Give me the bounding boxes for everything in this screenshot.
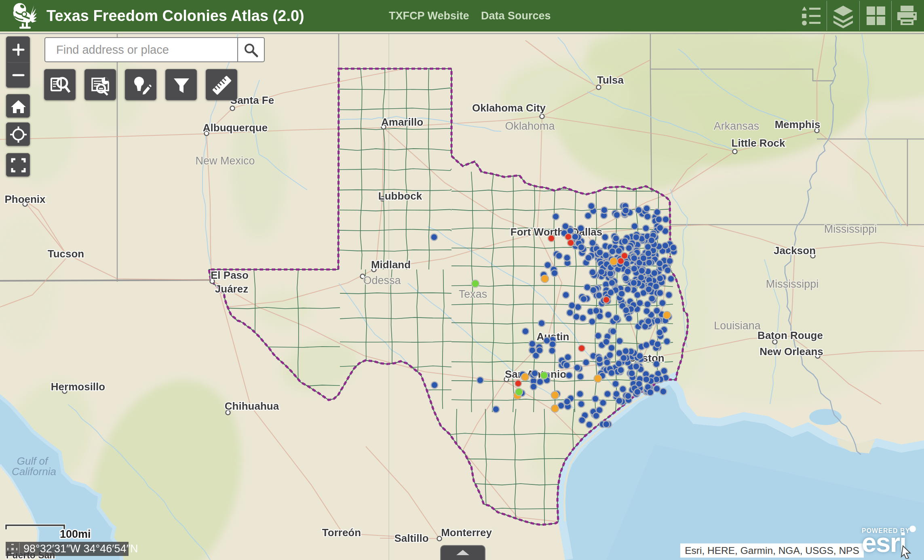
svg-text:Arkansas: Arkansas xyxy=(714,120,759,132)
svg-text:Torreón: Torreón xyxy=(322,526,361,539)
svg-text:Chihuahua: Chihuahua xyxy=(225,400,279,412)
svg-text:Monterrey: Monterrey xyxy=(441,526,492,539)
svg-text:100mi: 100mi xyxy=(60,528,91,540)
svg-text:Little Rock: Little Rock xyxy=(732,137,785,149)
svg-text:Mississippi: Mississippi xyxy=(766,278,819,290)
svg-text:Tulsa: Tulsa xyxy=(597,74,624,86)
svg-text:Oklahoma City: Oklahoma City xyxy=(472,102,546,114)
svg-text:El Paso: El Paso xyxy=(211,269,249,281)
svg-text:Jackson: Jackson xyxy=(774,244,816,257)
svg-text:Albuquerque: Albuquerque xyxy=(203,122,268,134)
svg-text:Odessa: Odessa xyxy=(363,274,401,286)
svg-text:Saltillo: Saltillo xyxy=(394,532,428,544)
svg-text:Baton Rouge: Baton Rouge xyxy=(757,329,823,341)
svg-text:Louisiana: Louisiana xyxy=(714,320,761,332)
svg-text:Memphis: Memphis xyxy=(775,118,821,131)
svg-text:Mississippi: Mississippi xyxy=(824,223,877,235)
svg-text:California: California xyxy=(12,465,56,478)
svg-text:Juárez: Juárez xyxy=(215,283,248,295)
svg-text:Midland: Midland xyxy=(371,259,411,271)
svg-text:Fort Worth: Fort Worth xyxy=(511,226,564,238)
svg-text:Hermosillo: Hermosillo xyxy=(51,381,105,393)
svg-text:New Mexico: New Mexico xyxy=(195,155,255,167)
svg-text:Texas: Texas xyxy=(459,288,487,300)
svg-text:New Orleans: New Orleans xyxy=(759,345,823,358)
svg-text:Tucson: Tucson xyxy=(48,248,84,260)
svg-text:Lubbock: Lubbock xyxy=(378,190,422,202)
svg-text:Phoenix: Phoenix xyxy=(4,193,46,205)
svg-text:Amarillo: Amarillo xyxy=(381,116,423,128)
svg-text:Oklahoma: Oklahoma xyxy=(505,120,555,132)
